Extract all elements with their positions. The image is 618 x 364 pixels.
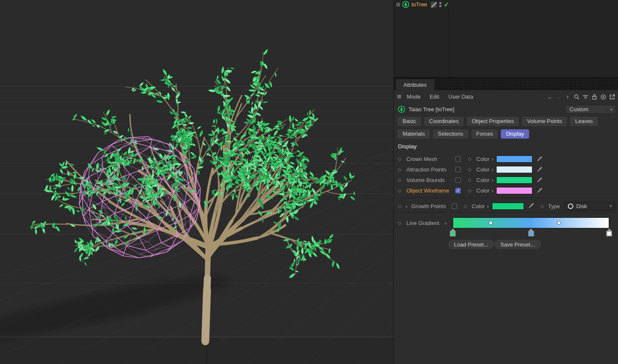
key-diamond-icon[interactable]: ◇	[397, 156, 402, 162]
gradient-bias-handle[interactable]	[557, 221, 561, 225]
line-gradient-bar[interactable]	[453, 217, 609, 228]
application-window: ⊞ toTree ✓ Attributes ≡ Mode Edit	[0, 0, 618, 364]
expand-group-icon[interactable]: ›	[406, 203, 407, 209]
chevron-right-icon[interactable]: ›	[445, 220, 446, 226]
object-wireframe-checkbox[interactable]	[455, 188, 461, 193]
history-back-icon[interactable]: ←	[546, 93, 554, 100]
key-diamond-icon[interactable]: ◇	[397, 203, 402, 209]
row-volume-bounds: ◇ Volume Bounds ◇ Color ›	[394, 175, 618, 185]
chevron-right-icon: ›	[492, 177, 493, 183]
attribute-tabs-row2: Materials Selections Forces Display	[398, 129, 529, 139]
crown-mesh-checkbox[interactable]	[455, 156, 461, 162]
viewport-3d[interactable]	[0, 0, 393, 364]
growth-points-checkbox[interactable]	[451, 203, 457, 209]
gradient-bias-handle[interactable]	[489, 221, 492, 225]
chevron-right-icon: ›	[492, 187, 493, 194]
group-separator	[394, 212, 618, 213]
save-preset-button[interactable]: Save Preset...	[494, 240, 541, 249]
growth-points-type-dropdown[interactable]: Disk ▾	[564, 202, 615, 211]
tab-display[interactable]: Display	[501, 129, 529, 139]
color-label: Color	[472, 203, 485, 209]
gradient-knot[interactable]	[528, 228, 534, 236]
attributes-panel: Attributes ≡ Mode Edit User Data ← → ↑	[394, 78, 618, 364]
visibility-dots-icon[interactable]	[439, 2, 441, 7]
color-label: Color	[476, 166, 489, 173]
popout-window-icon[interactable]	[608, 93, 615, 100]
track-target-icon[interactable]	[599, 93, 607, 100]
layer-toggle-icon[interactable]	[431, 2, 437, 8]
expand-icon[interactable]: ⊞	[395, 2, 401, 8]
key-diamond-icon[interactable]: ◇	[397, 167, 402, 172]
key-diamond-icon[interactable]: ◇	[397, 220, 402, 226]
preset-dropdown-value: Custom	[566, 106, 607, 112]
panel-menu-icon[interactable]: ≡	[397, 93, 401, 101]
key-diamond-icon[interactable]: ◇	[467, 188, 472, 193]
object-manager[interactable]: ⊞ toTree ✓	[394, 0, 618, 77]
menu-user-data[interactable]: User Data	[449, 94, 473, 100]
object-wireframe-color-swatch[interactable]	[496, 187, 532, 194]
row-label: Crown Mesh	[406, 156, 437, 162]
tab-materials[interactable]: Materials	[398, 129, 430, 139]
dropdown-arrow-icon: ▾	[607, 107, 615, 112]
tab-leaves[interactable]: Leaves	[570, 117, 598, 126]
tab-volume-points[interactable]: Volume Points	[522, 117, 567, 126]
om-column-divider	[449, 8, 449, 77]
tab-forces[interactable]: Forces	[471, 129, 498, 139]
volume-bounds-color-swatch[interactable]	[496, 177, 532, 184]
eyedropper-icon[interactable]	[536, 177, 543, 183]
key-diamond-icon[interactable]: ◇	[467, 167, 472, 172]
row-label: Volume Bounds	[406, 177, 445, 183]
enabled-check-icon[interactable]: ✓	[444, 1, 449, 8]
object-title-row: Taiao Tree [toTree] Custom ▾	[394, 104, 618, 115]
history-forward-icon[interactable]: →	[555, 93, 562, 100]
chevron-right-icon: ›	[492, 166, 493, 173]
gradient-knot-track[interactable]	[453, 228, 609, 238]
tree-object-icon-small	[398, 106, 405, 113]
key-diamond-icon[interactable]: ◇	[397, 177, 402, 183]
eyedropper-icon[interactable]	[536, 187, 543, 194]
parent-up-icon[interactable]: ↑	[564, 93, 571, 100]
eyedropper-icon[interactable]	[536, 166, 543, 173]
menu-mode[interactable]: Mode	[407, 94, 421, 100]
tab-attributes[interactable]: Attributes	[396, 79, 434, 90]
key-diamond-icon[interactable]: ◇	[540, 203, 545, 209]
object-title: Taiao Tree [toTree]	[408, 106, 454, 112]
row-object-wireframe: ◇ Object Wireframe ◇ Color ›	[394, 186, 618, 195]
key-diamond-icon[interactable]: ◇	[463, 203, 468, 209]
attraction-points-color-swatch[interactable]	[496, 166, 532, 173]
row-label: Growth Points	[411, 203, 446, 209]
tab-basic[interactable]: Basic	[398, 117, 421, 126]
tab-coordinates[interactable]: Coordinates	[424, 117, 464, 126]
volume-bounds-checkbox[interactable]	[455, 177, 461, 183]
row-label: Attraction Points	[406, 166, 446, 173]
key-diamond-icon[interactable]: ◇	[467, 177, 472, 183]
color-label: Color	[476, 187, 489, 194]
object-name[interactable]: toTree	[411, 1, 427, 8]
search-icon[interactable]	[573, 93, 580, 100]
attraction-points-checkbox[interactable]	[455, 167, 461, 172]
group-separator	[394, 198, 618, 198]
key-diamond-icon[interactable]: ◇	[397, 188, 402, 193]
tab-object-properties[interactable]: Object Properties	[467, 117, 519, 126]
attribute-tabs-row1: Basic Coordinates Object Properties Volu…	[398, 117, 598, 126]
gradient-knot[interactable]	[450, 228, 456, 236]
menu-edit[interactable]: Edit	[430, 94, 439, 100]
key-diamond-icon[interactable]: ◇	[467, 156, 472, 162]
load-preset-button[interactable]: Load Preset...	[448, 240, 494, 249]
gradient-knot[interactable]	[607, 228, 612, 236]
crown-mesh-color-swatch[interactable]	[496, 155, 532, 163]
growth-points-color-swatch[interactable]	[492, 203, 524, 210]
lock-icon[interactable]	[591, 93, 598, 100]
tab-selections[interactable]: Selections	[433, 129, 468, 139]
viewport-render	[0, 0, 393, 364]
tree-object-icon	[402, 1, 409, 8]
row-attraction-points: ◇ Attraction Points ◇ Color ›	[394, 165, 618, 174]
row-crown-mesh: ◇ Crown Mesh ◇ Color ›	[394, 154, 618, 163]
eyedropper-icon[interactable]	[536, 155, 543, 162]
filter-icon[interactable]	[582, 93, 589, 100]
object-row-totree[interactable]: ⊞ toTree ✓	[394, 0, 618, 9]
disk-shape-icon	[568, 203, 573, 209]
chevron-right-icon: ›	[492, 156, 493, 162]
preset-dropdown[interactable]: Custom ▾	[565, 105, 616, 114]
eyedropper-icon[interactable]	[528, 202, 535, 209]
